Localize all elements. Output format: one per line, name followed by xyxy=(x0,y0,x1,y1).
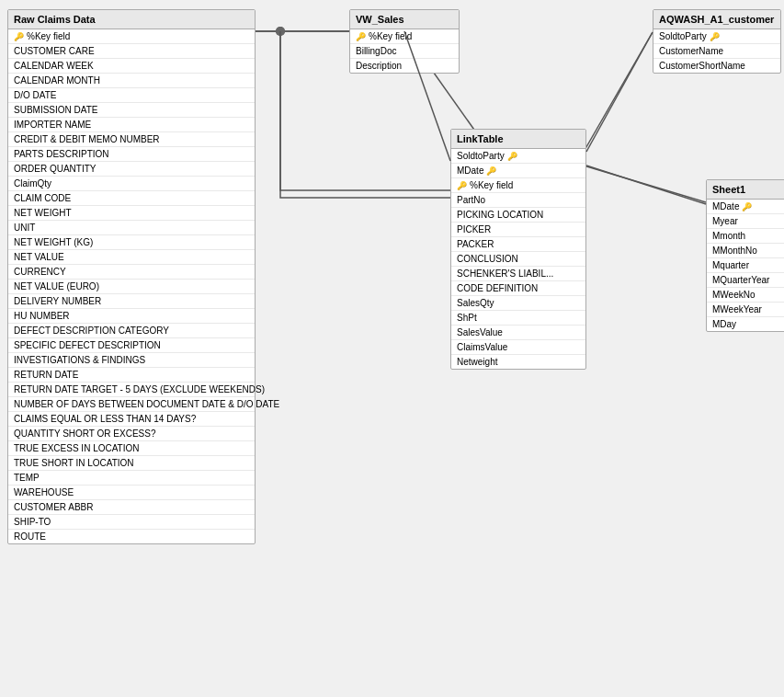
field-unit: UNIT xyxy=(8,221,255,235)
vw-sales-table: VW_Sales 🔑 %Key field BillingDoc Descrip… xyxy=(349,9,460,74)
field-mmonthno: MMonthNo xyxy=(707,244,784,258)
vw-sales-header: VW_Sales xyxy=(350,10,459,29)
key-icon: 🔑 xyxy=(457,181,467,190)
field-partno: PartNo xyxy=(451,193,585,208)
svg-line-10 xyxy=(586,166,706,204)
key-icon: 🔑 xyxy=(507,152,517,161)
field-order-qty: ORDER QUANTITY xyxy=(8,162,255,177)
field-qty-short-excess: QUANTITY SHORT OR EXCESS? xyxy=(8,427,255,441)
field-temp: TEMP xyxy=(8,471,255,486)
field-delivery-number: DELIVERY NUMBER xyxy=(8,294,255,309)
key-icon: 🔑 xyxy=(486,166,496,176)
canvas: Raw Claims Data 🔑 %Key field CUSTOMER CA… xyxy=(0,0,784,697)
field-link-keyfield: 🔑 %Key field xyxy=(451,178,585,193)
field-raw-keyfield: 🔑 %Key field xyxy=(8,29,255,44)
field-ship-to: SHIP-TO xyxy=(8,515,255,530)
field-conclusion: CONCLUSION xyxy=(451,252,585,267)
svg-line-4 xyxy=(584,32,653,152)
field-packer: PACKER xyxy=(451,237,585,252)
sheet1-header: Sheet1 xyxy=(707,180,784,200)
link-table: LinkTable SoldtoParty 🔑 MDate 🔑 🔑 %Key f… xyxy=(450,129,586,370)
field-customer-care: CUSTOMER CARE xyxy=(8,44,255,59)
field-claimqty: ClaimQty xyxy=(8,177,255,191)
field-return-date-target: RETURN DATE TARGET - 5 DAYS (EXCLUDE WEE… xyxy=(8,383,255,397)
raw-claims-header: Raw Claims Data xyxy=(8,10,255,29)
field-specific-defect: SPECIFIC DEFECT DESCRIPTION xyxy=(8,338,255,353)
field-salesqty: SalesQty xyxy=(451,296,585,311)
field-claims-14days: CLAIMS EQUAL OR LESS THAN 14 DAYS? xyxy=(8,412,255,427)
field-myear: Myear xyxy=(707,214,784,229)
field-mmonth: Mmonth xyxy=(707,229,784,244)
field-netweight: Netweight xyxy=(451,355,585,369)
field-salesvalue: SalesValue xyxy=(451,326,585,340)
field-net-value-euro: NET VALUE (EURO) xyxy=(8,280,255,294)
field-days-between: NUMBER OF DAYS BETWEEN DOCUMENT DATE & D… xyxy=(8,397,255,412)
field-soldtoparty-link: SoldtoParty 🔑 xyxy=(451,149,585,164)
field-claimsvalue: ClaimsValue xyxy=(451,340,585,355)
field-currency: CURRENCY xyxy=(8,265,255,280)
field-route: ROUTE xyxy=(8,530,255,543)
field-mweekno: MWeekNo xyxy=(707,288,784,303)
field-mday: MDay xyxy=(707,317,784,331)
key-icon: 🔑 xyxy=(742,202,752,211)
svg-point-7 xyxy=(276,27,285,36)
field-defect-category: DEFECT DESCRIPTION CATEGORY xyxy=(8,324,255,338)
field-mquarteryear: MQuarterYear xyxy=(707,273,784,288)
field-calendar-week: CALENDAR WEEK xyxy=(8,59,255,74)
field-true-short: TRUE SHORT IN LOCATION xyxy=(8,456,255,471)
field-picker: PICKER xyxy=(451,223,585,237)
field-net-weight-kg: NET WEIGHT (KG) xyxy=(8,235,255,250)
field-parts-desc: PARTS DESCRIPTION xyxy=(8,147,255,162)
svg-line-5 xyxy=(584,166,706,202)
field-mdate-sheet1: MDate 🔑 xyxy=(707,200,784,214)
field-net-weight: NET WEIGHT xyxy=(8,206,255,221)
field-return-date: RETURN DATE xyxy=(8,368,255,383)
field-warehouse: WAREHOUSE xyxy=(8,486,255,500)
aqwash-header: AQWASH_A1_customer xyxy=(653,10,780,29)
field-description: Description xyxy=(350,59,459,73)
field-customer-abbr: CUSTOMER ABBR xyxy=(8,500,255,515)
svg-line-3 xyxy=(256,0,280,31)
field-picking-location: PICKING LOCATION xyxy=(451,208,585,223)
key-icon: 🔑 xyxy=(14,32,24,41)
field-true-excess: TRUE EXCESS IN LOCATION xyxy=(8,441,255,456)
field-vw-keyfield: 🔑 %Key field xyxy=(350,29,459,44)
link-table-header: LinkTable xyxy=(451,130,585,149)
field-submission-date: SUBMISSION DATE xyxy=(8,103,255,118)
key-icon: 🔑 xyxy=(710,32,720,41)
sheet1-table: Sheet1 MDate 🔑 Myear Mmonth MMonthNo Mqu… xyxy=(706,179,784,332)
field-mdate-link: MDate 🔑 xyxy=(451,164,585,178)
aqwash-table: AQWASH_A1_customer SoldtoParty 🔑 Custome… xyxy=(653,9,781,74)
field-schenker-liabil: SCHENKER'S LIABIL... xyxy=(451,267,585,281)
field-mquarter: Mquarter xyxy=(707,258,784,273)
field-investigations: INVESTIGATIONS & FINDINGS xyxy=(8,353,255,368)
field-importer-name: IMPORTER NAME xyxy=(8,118,255,132)
svg-line-9 xyxy=(586,32,653,152)
field-do-date: D/O DATE xyxy=(8,88,255,103)
field-customershortname: CustomerShortName xyxy=(653,59,780,73)
field-hu-number: HU NUMBER xyxy=(8,309,255,324)
raw-claims-table: Raw Claims Data 🔑 %Key field CUSTOMER CA… xyxy=(7,9,256,544)
svg-point-1 xyxy=(276,27,285,36)
field-net-value: NET VALUE xyxy=(8,250,255,265)
field-customername: CustomerName xyxy=(653,44,780,59)
field-claim-code: CLAIM CODE xyxy=(8,191,255,206)
field-shpt: ShPt xyxy=(451,311,585,326)
field-mweekyear: MWeekYear xyxy=(707,303,784,317)
field-soldtoparty-aqwash: SoldtoParty 🔑 xyxy=(653,29,780,44)
field-calendar-month: CALENDAR MONTH xyxy=(8,74,255,88)
field-code-definition: CODE DEFINITION xyxy=(451,281,585,296)
key-icon: 🔑 xyxy=(356,32,366,41)
field-credit-debit: CREDIT & DEBIT MEMO NUMBER xyxy=(8,132,255,147)
field-billingdoc: BillingDoc xyxy=(350,44,459,59)
